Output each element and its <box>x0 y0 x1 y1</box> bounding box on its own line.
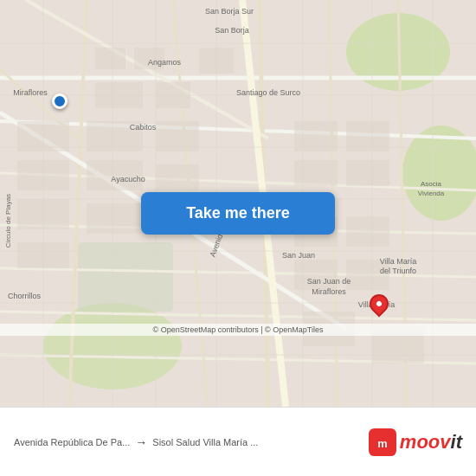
svg-rect-54 <box>346 216 389 247</box>
destination-marker <box>370 294 389 320</box>
moovit-logo: m moovit <box>369 428 462 456</box>
svg-rect-52 <box>346 160 389 186</box>
bottom-bar: Avenida República De Pa... → Sisol Salud… <box>0 407 476 476</box>
map-attribution: © OpenStreetMap contributors | © OpenMap… <box>0 324 476 336</box>
svg-text:Miraflores: Miraflores <box>312 287 346 296</box>
svg-text:San Juan de: San Juan de <box>307 277 351 286</box>
svg-text:Asocia: Asocia <box>421 180 442 188</box>
from-label: Avenida República De Pa... <box>14 437 130 447</box>
svg-rect-41 <box>17 160 69 190</box>
svg-rect-38 <box>156 82 190 108</box>
svg-text:San Borja: San Borja <box>215 26 249 35</box>
arrow-icon: → <box>135 435 147 449</box>
svg-rect-40 <box>17 121 69 151</box>
origin-marker <box>52 93 68 109</box>
svg-text:Cabitos: Cabitos <box>130 123 157 132</box>
svg-rect-48 <box>156 164 199 190</box>
svg-text:San Borja Sur: San Borja Sur <box>205 7 254 16</box>
svg-text:Ayacucho: Ayacucho <box>111 175 145 183</box>
svg-text:Chorrillos: Chorrillos <box>8 292 42 300</box>
svg-text:Angamos: Angamos <box>148 58 182 67</box>
moovit-icon: m <box>369 428 396 456</box>
svg-text:Vivienda: Vivienda <box>418 190 445 197</box>
svg-rect-50 <box>346 121 389 151</box>
svg-text:m: m <box>377 436 387 449</box>
map-container: San Borja Sur San Borja Angamos Santiago… <box>0 0 476 407</box>
svg-rect-35 <box>95 48 125 69</box>
svg-rect-42 <box>17 199 69 229</box>
svg-text:San Juan: San Juan <box>282 251 315 260</box>
take-me-there-button[interactable]: Take me there <box>141 192 335 235</box>
svg-text:Circulo de Playas: Circulo de Playas <box>4 194 12 248</box>
svg-rect-39 <box>199 48 234 74</box>
svg-text:Villa María: Villa María <box>380 257 416 266</box>
svg-rect-43 <box>17 242 69 268</box>
svg-rect-46 <box>87 203 143 234</box>
svg-rect-51 <box>294 160 338 186</box>
svg-text:del Triunfo: del Triunfo <box>380 267 416 275</box>
to-label: Sisol Salud Villa María ... <box>152 437 258 447</box>
svg-rect-47 <box>156 121 199 151</box>
svg-rect-4 <box>78 242 173 312</box>
moovit-text: moovit <box>400 431 462 453</box>
svg-text:Santiago de Surco: Santiago de Surco <box>236 88 300 97</box>
route-info: Avenida República De Pa... → Sisol Salud… <box>14 435 369 449</box>
svg-rect-49 <box>294 121 338 151</box>
svg-rect-37 <box>95 82 143 108</box>
svg-text:Miraflores: Miraflores <box>13 88 48 97</box>
